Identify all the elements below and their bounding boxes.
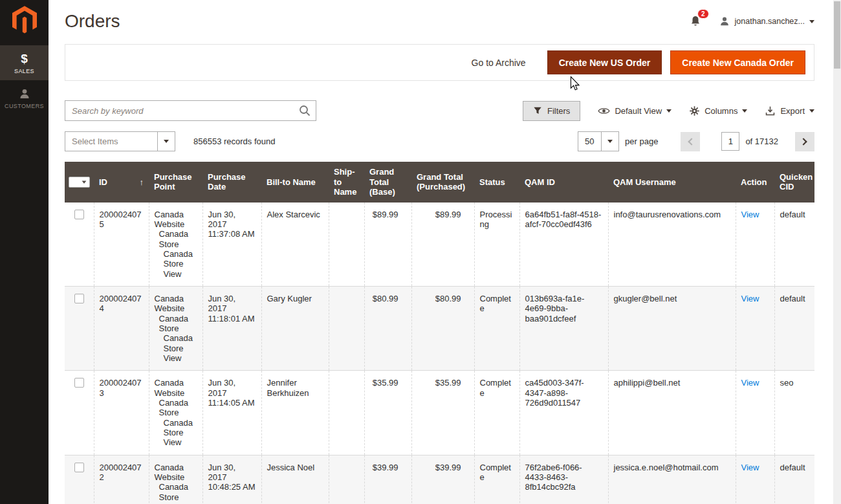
header-qam-id[interactable]: QAM ID	[519, 162, 608, 203]
eye-icon	[598, 107, 610, 115]
export-dropdown[interactable]: Export	[765, 105, 814, 116]
columns-label: Columns	[704, 106, 737, 116]
sidebar: $ SALES CUSTOMERS	[0, 0, 49, 504]
header-purchase-point[interactable]: Purchase Point	[149, 162, 202, 203]
scrollbar[interactable]	[833, 0, 841, 504]
orders-table-body: 2000024075 Canada WebsiteCanada StoreCan…	[65, 203, 814, 504]
header-purchase-date[interactable]: Purchase Date	[202, 162, 261, 203]
export-label: Export	[780, 106, 805, 116]
go-to-archive-button[interactable]: Go to Archive	[468, 57, 530, 69]
header-grand-total-base[interactable]: Grand Total (Base)	[364, 162, 411, 203]
purchase-point-line: Canada Store View	[155, 249, 197, 279]
orders-table: ID ↑ Purchase Point Purchase Date Bill-t…	[65, 162, 814, 504]
chevron-down-icon	[742, 109, 747, 113]
purchase-point-line: Canada Website	[155, 378, 197, 398]
row-checkbox[interactable]	[74, 378, 84, 388]
header-actions: 2 jonathan.sanchez...	[689, 13, 814, 30]
grand-total-base-cell: $35.99	[364, 371, 411, 455]
qam-username-cell: jessica.e.noel@hotmail.com	[608, 455, 736, 504]
select-items-caret[interactable]	[157, 132, 175, 151]
row-checkbox-cell	[65, 455, 94, 504]
search-input[interactable]	[65, 100, 316, 121]
chevron-down-icon	[809, 20, 814, 23]
purchase-point-cell: Canada WebsiteCanada StoreCanada Store V…	[149, 371, 202, 455]
next-page-button[interactable]	[795, 132, 814, 151]
orders-page: $ SALES CUSTOMERS Orders 2	[0, 0, 841, 504]
purchase-point-line: Canada Store	[155, 314, 197, 334]
user-menu[interactable]: jonathan.sanchez...	[719, 16, 814, 27]
customers-person-icon	[0, 87, 49, 101]
row-checkbox[interactable]	[74, 210, 84, 219]
view-label: Default View	[615, 106, 662, 116]
header-status[interactable]: Status	[474, 162, 519, 203]
notifications-button[interactable]: 2	[689, 13, 702, 30]
ship-to-name-cell	[329, 203, 364, 287]
qam-id-cell: 76f2abe6-f066-4433-8463-8fb14cbc92fa	[519, 455, 608, 504]
grand-total-base-cell: $89.99	[364, 203, 411, 287]
create-canada-order-button[interactable]: Create New Canada Order	[670, 50, 805, 74]
header-ship-to-name[interactable]: Ship-to Name	[329, 162, 364, 203]
order-id-cell: 2000024073	[94, 371, 149, 455]
magento-logo-icon	[12, 6, 37, 34]
per-page-dropdown[interactable]: 50	[578, 131, 619, 151]
columns-dropdown[interactable]: Columns	[689, 105, 747, 116]
select-items-dropdown[interactable]: Select Items	[65, 131, 175, 151]
page-number-input[interactable]	[721, 132, 739, 151]
funnel-icon	[533, 106, 542, 115]
order-id-cell: 2000024074	[94, 287, 149, 371]
grand-total-base-cell: $39.99	[364, 455, 411, 504]
scrollbar-thumb[interactable]	[834, 1, 840, 69]
select-all-header	[65, 162, 94, 203]
header-qam-username[interactable]: QAM Username	[608, 162, 736, 203]
purchase-point-line: Canada Website	[155, 294, 197, 314]
view-link[interactable]: View	[741, 294, 759, 303]
view-link[interactable]: View	[741, 210, 759, 219]
toolbar-right: Filters Default View	[523, 101, 814, 121]
previous-page-button[interactable]	[681, 132, 700, 151]
status-cell: Complete	[474, 371, 519, 455]
create-us-order-button[interactable]: Create New US Order	[547, 50, 662, 74]
filters-button[interactable]: Filters	[523, 101, 580, 121]
page-actions-bar: Go to Archive Create New US Order Create…	[65, 44, 814, 81]
magento-logo[interactable]	[12, 6, 37, 37]
row-checkbox-cell	[65, 287, 94, 371]
chevron-down-icon	[82, 181, 87, 184]
grand-total-purchased-cell: $80.99	[411, 287, 474, 371]
per-page-caret[interactable]	[601, 132, 618, 151]
row-checkbox[interactable]	[74, 463, 84, 472]
grand-total-purchased-cell: $35.99	[411, 371, 474, 455]
order-id-cell: 2000024075	[94, 203, 149, 287]
ship-to-name-cell	[329, 371, 364, 455]
header-id[interactable]: ID ↑	[94, 162, 149, 203]
view-link[interactable]: View	[741, 463, 759, 472]
qam-id-cell: ca45d003-347f-4347-a898-726d9d011547	[519, 371, 608, 455]
status-cell: Complete	[474, 287, 519, 371]
qam-username-cell: gkugler@bell.net	[608, 287, 736, 371]
qam-username-cell: aphilippi@bell.net	[608, 371, 736, 455]
view-dropdown[interactable]: Default View	[598, 106, 672, 116]
bill-to-name-cell: Gary Kugler	[261, 287, 329, 371]
header-quicken-cid[interactable]: Quicken CID	[774, 162, 814, 203]
search-box	[65, 100, 316, 121]
filters-label: Filters	[547, 106, 570, 116]
qam-username-cell: info@taurusrenovations.com	[608, 203, 736, 287]
sidebar-item-customers[interactable]: CUSTOMERS	[0, 80, 49, 115]
purchase-point-cell: Canada WebsiteCanada StoreCanada Store V…	[149, 287, 202, 371]
header-action[interactable]: Action	[736, 162, 774, 203]
purchase-point-line: Canada Website	[155, 210, 197, 230]
bill-to-name-cell: Alex Starcevic	[261, 203, 329, 287]
username: jonathan.sanchez...	[735, 17, 805, 26]
select-all-checkbox[interactable]	[69, 177, 90, 188]
purchase-point-line: Canada Store View	[155, 333, 197, 363]
header-bill-to-name[interactable]: Bill-to Name	[261, 162, 329, 203]
search-button[interactable]	[296, 103, 314, 120]
pagination: 50 per page of 17132	[578, 131, 814, 151]
sidebar-item-sales[interactable]: $ SALES	[0, 45, 49, 80]
header-grand-total-purchased[interactable]: Grand Total (Purchased)	[411, 162, 474, 203]
action-cell: View	[736, 203, 774, 287]
ship-to-name-cell	[329, 455, 364, 504]
row-checkbox[interactable]	[74, 294, 84, 303]
action-cell: View	[736, 455, 774, 504]
table-row: 2000024074 Canada WebsiteCanada StoreCan…	[65, 287, 814, 371]
view-link[interactable]: View	[741, 378, 759, 388]
